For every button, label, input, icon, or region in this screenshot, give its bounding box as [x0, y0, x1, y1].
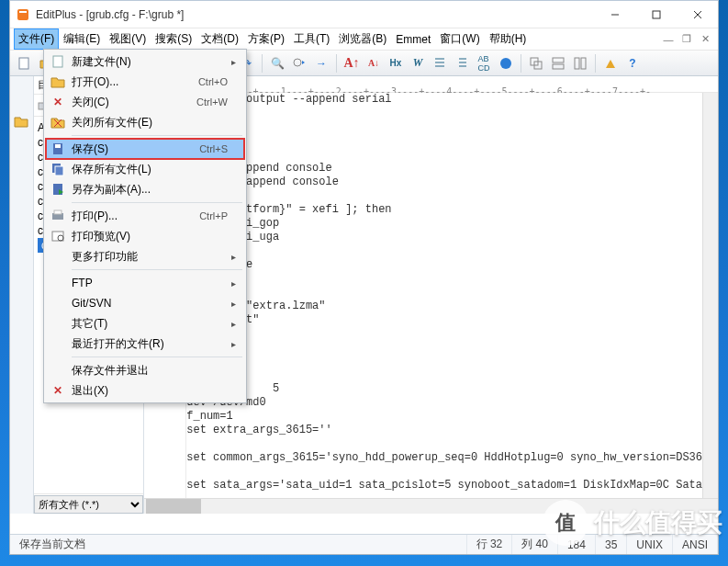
menu-row[interactable]: FTP▸: [46, 273, 244, 293]
tool-outdent-icon[interactable]: [452, 53, 472, 74]
watermark-text: 什么值得买: [594, 505, 722, 540]
menu-row[interactable]: 打印预览(V): [46, 226, 244, 246]
window-title: EditPlus - [grub.cfg - F:\grub *]: [36, 8, 184, 21]
title-bar: EditPlus - [grub.cfg - F:\grub *]: [10, 1, 718, 28]
preview-icon: [46, 230, 70, 243]
menu-label: Git/SVN: [70, 297, 228, 310]
menu-browser[interactable]: 浏览器(B): [334, 28, 391, 50]
tool-find-next-icon[interactable]: [289, 53, 309, 74]
maximize-button[interactable]: [635, 1, 677, 28]
vertical-scrollbar[interactable]: [702, 93, 718, 498]
menu-project[interactable]: 方案(P): [243, 28, 289, 50]
tool-new-icon[interactable]: [14, 53, 34, 74]
saveall-icon: [46, 162, 70, 176]
submenu-arrow-icon: ▸: [228, 278, 239, 289]
menu-label: 更多打印功能: [70, 249, 228, 265]
menu-row[interactable]: 打印(P)...Ctrl+P: [46, 206, 244, 226]
mdi-minimize-icon[interactable]: —: [659, 32, 678, 47]
svg-rect-19: [553, 64, 564, 69]
exit-icon: ✕: [46, 384, 70, 397]
window-controls: [594, 1, 718, 28]
menu-row[interactable]: 打开(O)...Ctrl+O: [46, 72, 244, 92]
svg-point-14: [294, 59, 301, 66]
svg-point-15: [500, 58, 511, 69]
watermark: 值 什么值得买: [543, 500, 722, 546]
file-filter[interactable]: 所有文件 (*.*): [34, 493, 143, 514]
tool-help-icon[interactable]: ?: [622, 53, 643, 74]
tool-browser-icon[interactable]: [496, 53, 516, 74]
close-icon: ✕: [46, 96, 70, 108]
menu-label: 打印(P)...: [70, 209, 199, 224]
menu-label: 打开(O)...: [70, 74, 198, 90]
submenu-arrow-icon: ▸: [228, 339, 239, 349]
menu-row[interactable]: ✕关闭(C)Ctrl+W: [46, 92, 244, 112]
tool-launch-icon[interactable]: [600, 53, 621, 74]
menu-row[interactable]: 保存文件并退出: [46, 360, 244, 380]
tool-tile-v-icon[interactable]: [570, 53, 590, 74]
menu-help[interactable]: 帮助(H): [485, 28, 532, 50]
svg-rect-0: [17, 9, 28, 20]
svg-rect-27: [55, 144, 61, 148]
menu-label: 关闭(C): [70, 95, 196, 110]
menu-label: 保存文件并退出: [70, 363, 228, 379]
menu-tools[interactable]: 工具(T): [289, 28, 334, 50]
menu-emmet[interactable]: Emmet: [391, 30, 435, 49]
menu-view[interactable]: 视图(V): [105, 28, 151, 50]
menu-row[interactable]: 保存所有文件(L): [46, 159, 244, 179]
minimize-button[interactable]: [594, 1, 635, 28]
tool-ab-icon[interactable]: ABCD: [474, 53, 494, 74]
tool-indent-icon[interactable]: [430, 53, 450, 74]
tool-font-small-icon[interactable]: A↓: [364, 53, 384, 74]
menu-row[interactable]: 另存为副本(A)...: [46, 179, 244, 199]
menu-label: 新建文件(N): [70, 54, 228, 70]
menu-row[interactable]: Git/SVN▸: [46, 293, 244, 313]
svg-rect-3: [653, 11, 660, 18]
menu-label: 保存(S): [70, 142, 199, 157]
tool-goto-icon[interactable]: →: [311, 53, 331, 74]
menu-label: 保存所有文件(L): [70, 162, 228, 177]
menu-row[interactable]: 更多打印功能▸: [46, 246, 244, 266]
savecopy-icon: [46, 182, 70, 197]
filter-select[interactable]: 所有文件 (*.*): [34, 495, 143, 514]
watermark-bubble-icon: 值: [543, 500, 588, 546]
code-editor[interactable]: terminal_output --append serial clear in…: [186, 93, 702, 498]
menu-row[interactable]: ✕退出(X): [46, 380, 244, 401]
tool-wrap-icon[interactable]: W: [408, 53, 428, 74]
menu-row[interactable]: 最近打开的文件(R)▸: [46, 334, 244, 354]
svg-rect-18: [553, 58, 564, 62]
tool-tile-h-icon[interactable]: [548, 53, 568, 74]
closeall-icon: [46, 116, 70, 129]
side-folder-icon[interactable]: [10, 111, 32, 131]
svg-rect-29: [55, 166, 63, 175]
vertical-toolbar: [10, 76, 34, 514]
menu-file[interactable]: 文件(F): [14, 28, 59, 50]
menu-shortcut: Ctrl+P: [199, 210, 228, 221]
menu-label: FTP: [70, 277, 228, 289]
submenu-arrow-icon: ▸: [228, 319, 239, 329]
close-button[interactable]: [677, 1, 718, 28]
tool-hex-icon[interactable]: Hx: [386, 53, 406, 74]
menu-search[interactable]: 搜索(S): [151, 28, 196, 50]
menu-bar: 文件(F) 编辑(E) 视图(V) 搜索(S) 文档(D) 方案(P) 工具(T…: [10, 28, 718, 51]
menu-row[interactable]: 其它(T)▸: [46, 313, 244, 334]
menu-edit[interactable]: 编辑(E): [59, 28, 105, 50]
print-icon: [46, 209, 70, 222]
menu-shortcut: Ctrl+W: [196, 96, 228, 108]
status-hint: 保存当前文档: [10, 535, 467, 554]
tool-cascade-icon[interactable]: [526, 53, 546, 74]
menu-document[interactable]: 文档(D): [196, 28, 243, 50]
menu-row[interactable]: 保存(S)Ctrl+S: [46, 139, 244, 159]
status-line: 行 32: [467, 535, 513, 554]
mdi-close-icon[interactable]: ✕: [696, 32, 714, 47]
svg-rect-21: [581, 58, 586, 69]
menu-label: 另存为副本(A)...: [70, 182, 228, 198]
menu-window[interactable]: 窗口(W): [435, 28, 484, 50]
menu-row[interactable]: 新建文件(N)▸: [46, 51, 244, 72]
svg-rect-20: [575, 58, 579, 69]
tool-find-icon[interactable]: 🔍: [267, 53, 287, 74]
menu-shortcut: Ctrl+S: [199, 143, 228, 154]
tool-font-large-icon[interactable]: A↑: [342, 53, 362, 74]
menu-row[interactable]: 关闭所有文件(E): [46, 112, 244, 132]
mdi-restore-icon[interactable]: ❐: [678, 32, 696, 47]
app-window: EditPlus - [grub.cfg - F:\grub *] 文件(F) …: [9, 0, 719, 555]
